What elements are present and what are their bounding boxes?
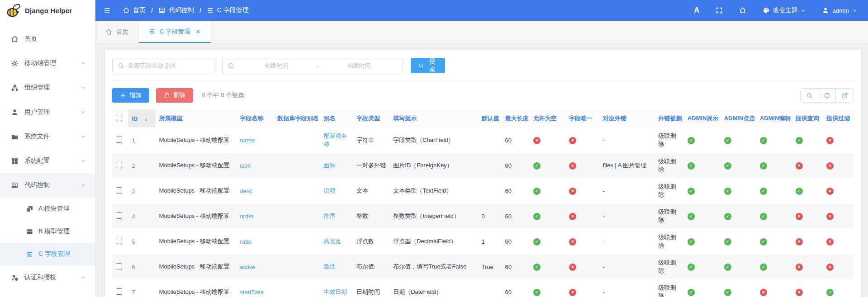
sidebar-item-system-config[interactable]: 系统配置 (0, 149, 95, 173)
sidebar-item-home[interactable]: 首页 (0, 27, 95, 51)
breadcrumb-home[interactable]: 首页 (123, 6, 146, 14)
add-button[interactable]: 增加 (112, 88, 149, 103)
row-checkbox[interactable] (116, 187, 122, 193)
cross-icon: × (796, 238, 803, 245)
cell-nullable: × (530, 127, 565, 153)
header-admin-show[interactable]: ADMIN展示 (684, 109, 721, 127)
header-id[interactable]: ID▲ (128, 109, 155, 127)
cell-field_name[interactable]: ratio (236, 229, 274, 254)
sidebar-item-system-files[interactable]: 系统文件 (0, 124, 95, 149)
cell-admin_click: ✓ (721, 203, 756, 229)
header-max-length[interactable]: 最大长度 (501, 109, 529, 127)
home-shortcut-icon[interactable] (739, 7, 746, 14)
cell-field_name[interactable]: desc (236, 178, 274, 203)
sidebar-item-auth[interactable]: 认证和授权 (0, 265, 95, 290)
cross-icon: × (826, 137, 834, 144)
tab-home[interactable]: 首页 (95, 21, 139, 43)
cell-field_name[interactable]: startData (236, 279, 274, 297)
cell-hint: 文本类型（TextField） (389, 178, 478, 203)
selection-summary: 8 个中 0 个被选 (202, 91, 244, 99)
header-query[interactable]: 提供查询 (792, 109, 823, 127)
header-filter[interactable]: 提供过滤 (823, 109, 854, 127)
cell-field_name[interactable]: name (236, 127, 274, 153)
cell-id[interactable]: 2 (128, 153, 155, 178)
cell-id[interactable]: 1 (128, 127, 155, 153)
cell-alias[interactable]: 生效日期 (320, 279, 353, 297)
breadcrumb-code-control[interactable]: 代码控制 (158, 6, 194, 14)
row-checkbox[interactable] (116, 162, 122, 168)
header-default[interactable]: 默认值 (478, 109, 502, 127)
bee-logo-icon (6, 3, 21, 18)
hamburger-menu-icon[interactable] (104, 7, 111, 14)
close-icon[interactable] (195, 29, 201, 34)
header-on-delete[interactable]: 外键被删 (655, 109, 683, 127)
row-checkbox[interactable] (116, 263, 122, 269)
header-unique[interactable]: 字段唯一 (565, 109, 599, 127)
cell-id[interactable]: 3 (128, 178, 155, 203)
sidebar-item-code-control[interactable]: 代码控制 (0, 173, 95, 198)
home-icon (11, 35, 19, 43)
cell-admin_show: ✓ (684, 203, 721, 229)
cell-field_name[interactable]: active (236, 254, 274, 279)
cell-id[interactable]: 5 (128, 229, 155, 254)
cross-icon: × (569, 137, 576, 144)
tab-field-mgmt[interactable]: C 字段管理 (139, 21, 211, 43)
delete-button[interactable]: 删除 (156, 88, 193, 103)
date-range-field: - (222, 58, 403, 73)
cell-alias[interactable]: 高宽比 (320, 229, 353, 254)
cell-fk: files | A 图片管理 (599, 153, 655, 178)
cell-field_name[interactable]: order (236, 203, 274, 229)
header-model[interactable]: 所属模型 (156, 109, 237, 127)
sidebar-item-user-mgmt[interactable]: 用户管理 (0, 100, 95, 124)
header-alias[interactable]: 别名 (320, 109, 353, 127)
header-admin-click[interactable]: ADMIN点击 (721, 109, 756, 127)
user-dropdown[interactable]: admin (822, 7, 857, 14)
cross-icon: × (569, 213, 576, 220)
cell-alias[interactable]: 说明 (320, 178, 353, 203)
cell-id[interactable]: 7 (128, 279, 155, 297)
cell-unique: × (565, 254, 599, 279)
header-foreign-key[interactable]: 对应外键 (599, 109, 655, 127)
cross-icon: × (569, 289, 576, 296)
row-checkbox[interactable] (116, 137, 122, 143)
export-button[interactable] (836, 89, 854, 102)
sidebar-item-org-mgmt[interactable]: 组织管理 (0, 75, 95, 100)
cell-on_delete: 级联删除 (655, 203, 683, 229)
cell-field_name[interactable]: icon (236, 153, 274, 178)
header-db-alias[interactable]: 数据库字段别名 (274, 109, 320, 127)
header-field-name[interactable]: 字段名称 (236, 109, 274, 127)
home-icon (105, 28, 112, 35)
search-button[interactable]: 搜索 (411, 58, 445, 73)
cell-alias[interactable]: 排序 (320, 203, 353, 229)
date-start-input[interactable] (238, 62, 315, 69)
laptop-code-icon (11, 182, 19, 189)
sidebar-item-module-mgmt[interactable]: A 模块管理 (0, 198, 95, 220)
header-nullable[interactable]: 允许为空 (530, 109, 565, 127)
sidebar-item-field-mgmt[interactable]: C 字段管理 (0, 243, 95, 265)
header-admin-edit[interactable]: ADMIN编辑 (756, 109, 792, 127)
sidebar-item-mobile-mgmt[interactable]: 移动端管理 (0, 51, 95, 75)
cell-id[interactable]: 6 (128, 254, 155, 279)
cell-alias[interactable]: 激活 (320, 254, 353, 279)
sidebar-item-label: 系统文件 (24, 132, 50, 141)
cell-alias[interactable]: 配置项名称 (320, 127, 353, 153)
refresh-button[interactable] (818, 89, 836, 102)
breadcrumb-field-mgmt[interactable]: C 字段管理 (207, 6, 249, 14)
date-end-input[interactable] (321, 62, 398, 69)
search-input[interactable] (128, 62, 209, 69)
cell-id[interactable]: 4 (128, 203, 155, 229)
header-type[interactable]: 字段类型 (353, 109, 389, 127)
row-checkbox[interactable] (116, 288, 122, 295)
cell-unique: × (565, 127, 599, 153)
font-size-button[interactable]: A (694, 6, 699, 15)
row-checkbox[interactable] (116, 212, 122, 219)
home-icon (123, 7, 130, 14)
cell-alias[interactable]: 图标 (320, 153, 353, 178)
row-checkbox[interactable] (116, 238, 122, 244)
header-hint[interactable]: 填写提示 (389, 109, 478, 127)
select-all-checkbox[interactable] (116, 115, 122, 121)
fullscreen-icon[interactable] (716, 7, 723, 14)
sidebar-item-model-mgmt[interactable]: B 模型管理 (0, 220, 95, 243)
column-search-button[interactable] (801, 89, 818, 102)
theme-dropdown[interactable]: 改变主题 (763, 6, 806, 14)
